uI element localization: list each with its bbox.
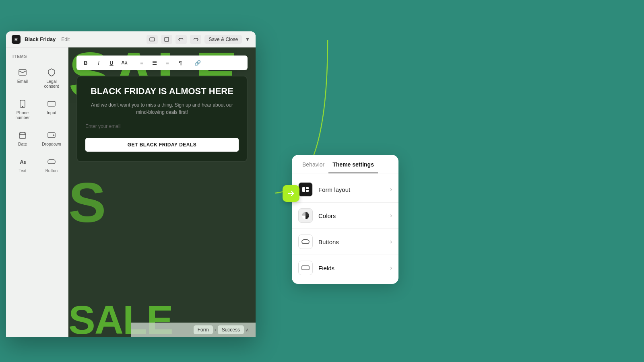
- svg-rect-10: [48, 160, 55, 164]
- date-icon: [16, 130, 29, 140]
- phone-icon: [16, 99, 29, 109]
- italic-button[interactable]: I: [93, 58, 104, 68]
- svg-rect-0: [150, 38, 155, 41]
- settings-item-fields[interactable]: Fields ›: [292, 255, 398, 281]
- svg-rect-7: [48, 133, 55, 138]
- link-button[interactable]: 🔗: [192, 58, 203, 68]
- editor-title: Black Friday: [25, 36, 56, 42]
- svg-rect-12: [306, 187, 309, 189]
- svg-rect-1: [165, 37, 169, 41]
- sidebar-item-date[interactable]: Date: [9, 126, 36, 150]
- form-layout-icon: [298, 182, 313, 197]
- dropdown-icon: [45, 130, 58, 140]
- save-close-button[interactable]: Save & Close: [204, 35, 242, 44]
- tab-theme-settings[interactable]: Theme settings: [328, 155, 378, 173]
- svg-rect-15: [302, 240, 309, 244]
- font-size-button[interactable]: Aa: [119, 58, 130, 68]
- collapse-chevron[interactable]: ∧: [246, 327, 249, 333]
- svg-rect-5: [48, 101, 55, 106]
- editor-sidebar: Items Email Legal consent: [6, 47, 68, 337]
- svg-point-4: [22, 106, 23, 107]
- sidebar-item-label: Date: [18, 142, 27, 146]
- fields-icon: [298, 261, 313, 275]
- editor-titlebar-right: Save & Close ▼: [147, 35, 250, 44]
- editor-titlebar: R Black Friday Edit Save & Close ▼: [6, 31, 256, 47]
- form-card-subtitle: And we don't want you to miss a thing. S…: [85, 101, 239, 116]
- text-icon: Aa: [16, 157, 29, 167]
- toolbar-divider: [133, 59, 133, 67]
- sidebar-item-label: Input: [47, 110, 56, 115]
- paragraph-button[interactable]: ¶: [175, 58, 186, 68]
- bold-button[interactable]: B: [80, 58, 91, 68]
- sidebar-item-input[interactable]: Input: [38, 95, 65, 124]
- form-layout-label: Form layout: [318, 186, 384, 193]
- underline-button[interactable]: U: [106, 58, 117, 68]
- chevron-right-icon: ›: [390, 264, 392, 272]
- sale-text-mid: S: [68, 179, 105, 226]
- tablet-icon-btn[interactable]: [161, 35, 172, 44]
- buttons-label: Buttons: [318, 239, 384, 245]
- monitor-icon-btn[interactable]: [147, 35, 158, 44]
- editor-body: Items Email Legal consent: [6, 47, 256, 337]
- editor-bottom-bar: Form › Success ∧: [131, 323, 256, 337]
- dropdown-arrow[interactable]: ▼: [245, 37, 250, 42]
- sidebar-item-label: Phone number: [12, 110, 33, 120]
- sidebar-item-label: Text: [19, 168, 26, 173]
- redo-btn[interactable]: [190, 35, 201, 44]
- sidebar-item-label: Dropdown: [42, 142, 61, 146]
- settings-panel: Behavior Theme settings Form layout ›: [292, 155, 398, 284]
- colors-icon: [298, 208, 313, 223]
- settings-item-form-layout[interactable]: Form layout ›: [292, 177, 398, 203]
- buttons-icon: [298, 234, 313, 249]
- editor-canvas: SALE S SALE B I U Aa ≡ ☰ ≡ ¶ 🔗 BLACK FRI…: [68, 47, 256, 337]
- settings-item-buttons[interactable]: Buttons ›: [292, 229, 398, 255]
- sidebar-item-label: Button: [45, 168, 58, 173]
- svg-rect-16: [302, 266, 309, 270]
- sidebar-item-label: Legal consent: [41, 79, 62, 88]
- form-card-title: BLACK FRIDAY IS ALMOST HERE: [85, 86, 239, 97]
- chevron-right-icon: ›: [390, 186, 392, 193]
- form-card: BLACK FRIDAY IS ALMOST HERE And we don't…: [76, 76, 248, 162]
- settings-list: Form layout › Colors › Buttons ›: [292, 173, 398, 284]
- sidebar-item-button[interactable]: Button: [38, 153, 65, 177]
- editor-edit-btn[interactable]: Edit: [61, 37, 70, 42]
- sidebar-item-legal[interactable]: Legal consent: [38, 64, 65, 93]
- sidebar-item-phone[interactable]: Phone number: [9, 95, 36, 124]
- svg-rect-6: [19, 133, 26, 138]
- svg-rect-13: [306, 190, 309, 192]
- fields-label: Fields: [318, 265, 384, 272]
- toolbar-divider: [189, 59, 189, 67]
- button-icon: [45, 157, 58, 167]
- sidebar-item-label: Email: [17, 79, 28, 84]
- svg-rect-11: [302, 187, 305, 192]
- success-tab[interactable]: Success: [218, 325, 244, 334]
- sidebar-item-text[interactable]: Aa Text: [9, 153, 36, 177]
- email-placeholder: Enter your email: [85, 123, 120, 129]
- form-tab[interactable]: Form: [194, 325, 213, 334]
- svg-rect-2: [19, 70, 26, 75]
- editor-window: R Black Friday Edit Save & Close ▼ Items: [6, 31, 256, 337]
- sidebar-item-email[interactable]: Email: [9, 64, 36, 93]
- sidebar-item-dropdown[interactable]: Dropdown: [38, 126, 65, 150]
- text-toolbar: B I U Aa ≡ ☰ ≡ ¶ 🔗: [76, 56, 248, 70]
- form-submit-button[interactable]: GET BLACK FRIDAY DEALS: [85, 138, 239, 152]
- undo-btn[interactable]: [175, 35, 187, 44]
- shield-icon: [45, 68, 58, 77]
- breadcrumb-separator: ›: [215, 327, 216, 333]
- connector-button[interactable]: [283, 185, 299, 202]
- align-center-button[interactable]: ☰: [149, 58, 160, 68]
- align-left-button[interactable]: ≡: [136, 58, 147, 68]
- chevron-right-icon: ›: [390, 238, 392, 245]
- settings-item-colors[interactable]: Colors ›: [292, 203, 398, 229]
- sidebar-label: Items: [9, 52, 65, 60]
- input-icon: [45, 99, 58, 109]
- chevron-right-icon: ›: [390, 212, 392, 219]
- editor-logo: R: [12, 35, 21, 44]
- tab-behavior[interactable]: Behavior: [298, 155, 328, 173]
- email-icon: [16, 68, 29, 77]
- settings-tabs: Behavior Theme settings: [292, 155, 398, 173]
- colors-label: Colors: [318, 212, 384, 219]
- sidebar-grid: Email Legal consent Phone number: [9, 64, 65, 177]
- align-right-button[interactable]: ≡: [162, 58, 173, 68]
- svg-text:Aa: Aa: [20, 159, 26, 165]
